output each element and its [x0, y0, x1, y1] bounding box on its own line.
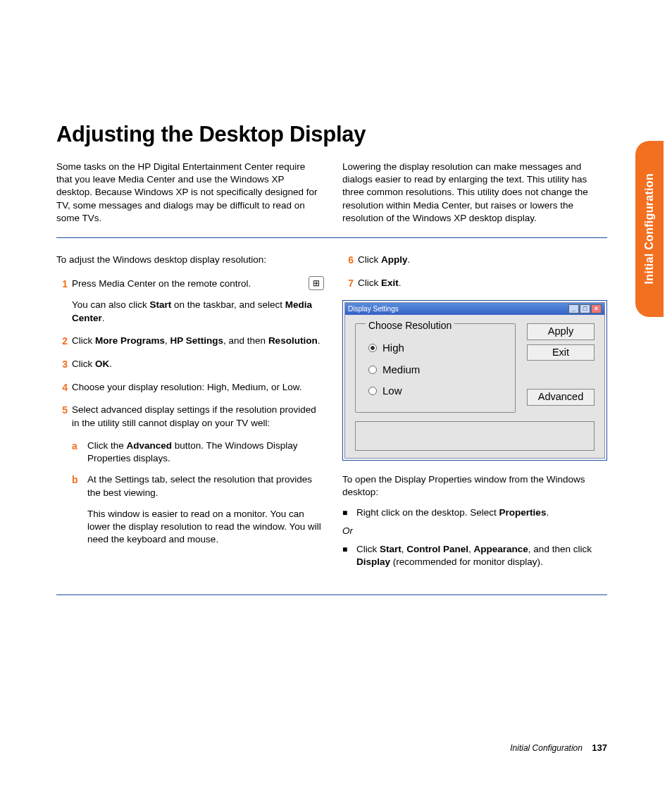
intro-left: Some tasks on the HP Digital Entertainme… [56, 161, 321, 225]
intro-right: Lowering the display resolution can make… [342, 161, 607, 225]
step-5a-text: Click the Advanced button. The Windows D… [87, 440, 321, 465]
intro-columns: Some tasks on the HP Digital Entertainme… [56, 161, 607, 225]
step-3: 3 Click OK. [56, 358, 321, 371]
page-footer: Initial Configuration 137 [510, 742, 607, 754]
main-columns: To adjust the Windows desktop display re… [56, 254, 607, 575]
status-bar [355, 421, 595, 451]
apply-button: Apply [527, 323, 595, 340]
step-5b: b At the Settings tab, select the resolu… [56, 473, 321, 546]
step-1-line2: You can also click Start on the taskbar,… [72, 299, 321, 324]
exit-button: Exit [527, 344, 595, 361]
step-2: 2 Click More Programs, HP Settings, and … [56, 335, 321, 348]
step-1-line1: Press Media Center on the remote control… [72, 278, 321, 290]
bullet-2-text: Click Start, Control Panel, Appearance, … [356, 543, 607, 568]
step-5b-text2: This window is easier to read on a monit… [87, 508, 321, 547]
radio-high: High [366, 341, 505, 355]
dialog-body: Choose Resolution High Medium Low Apply … [345, 315, 604, 458]
step-2-text: Click More Programs, HP Settings, and th… [72, 335, 321, 347]
bullet-icon: ■ [342, 506, 351, 519]
lead-text: To adjust the Windows desktop display re… [56, 254, 321, 266]
resolution-legend: Choose Resolution [366, 320, 454, 331]
window-buttons: _ □ × [568, 304, 602, 313]
bullet-2: ■ Click Start, Control Panel, Appearance… [342, 543, 607, 568]
screenshot-frame: Display Settings _ □ × Choose Resolution… [342, 300, 607, 461]
step-5b-text1: At the Settings tab, select the resoluti… [87, 473, 321, 499]
step-4-text: Choose your display resolution: High, Me… [72, 381, 321, 394]
step-6: 6 Click Apply. [342, 254, 607, 267]
step-7-text: Click Exit. [358, 277, 607, 289]
step-5a: a Click the Advanced button. The Windows… [56, 440, 321, 465]
radio-medium: Medium [366, 363, 505, 377]
display-settings-dialog: Display Settings _ □ × Choose Resolution… [344, 302, 605, 459]
step-6-text: Click Apply. [358, 254, 607, 266]
lead-2: To open the Display Properties window fr… [342, 473, 607, 499]
advanced-button: Advanced [527, 389, 595, 406]
footer-section: Initial Configuration [510, 743, 583, 753]
step-4: 4 Choose your display resolution: High, … [56, 381, 321, 394]
step-7: 7 Click Exit. [342, 277, 607, 290]
or-text: Or [342, 525, 607, 537]
maximize-icon: □ [580, 304, 590, 313]
resolution-group: Choose Resolution High Medium Low [355, 323, 516, 413]
step-5-text: Select advanced display settings if the … [72, 404, 321, 429]
bullet-1-text: Right click on the desktop. Select Prope… [356, 506, 607, 519]
divider-bottom [56, 594, 607, 595]
step-3-text: Click OK. [72, 358, 321, 370]
step-1: 1 Press Media Center on the remote contr… [56, 278, 321, 325]
radio-low: Low [366, 384, 505, 398]
page-number: 137 [592, 742, 607, 753]
bullet-icon: ■ [342, 543, 351, 568]
close-icon: × [591, 304, 602, 313]
dialog-title: Display Settings [348, 304, 399, 314]
minimize-icon: _ [568, 304, 579, 313]
bullet-1: ■ Right click on the desktop. Select Pro… [342, 506, 607, 519]
divider [56, 237, 607, 238]
windows-key-icon: ⊞ [309, 276, 324, 290]
page-title: Adjusting the Desktop Display [56, 120, 607, 149]
left-column: To adjust the Windows desktop display re… [56, 254, 321, 575]
dialog-titlebar: Display Settings _ □ × [345, 303, 604, 316]
right-column: 6 Click Apply. 7 Click Exit. Display Set… [342, 254, 607, 575]
page: Adjusting the Desktop Display Some tasks… [0, 0, 672, 653]
step-5: 5 Select advanced display settings if th… [56, 404, 321, 429]
